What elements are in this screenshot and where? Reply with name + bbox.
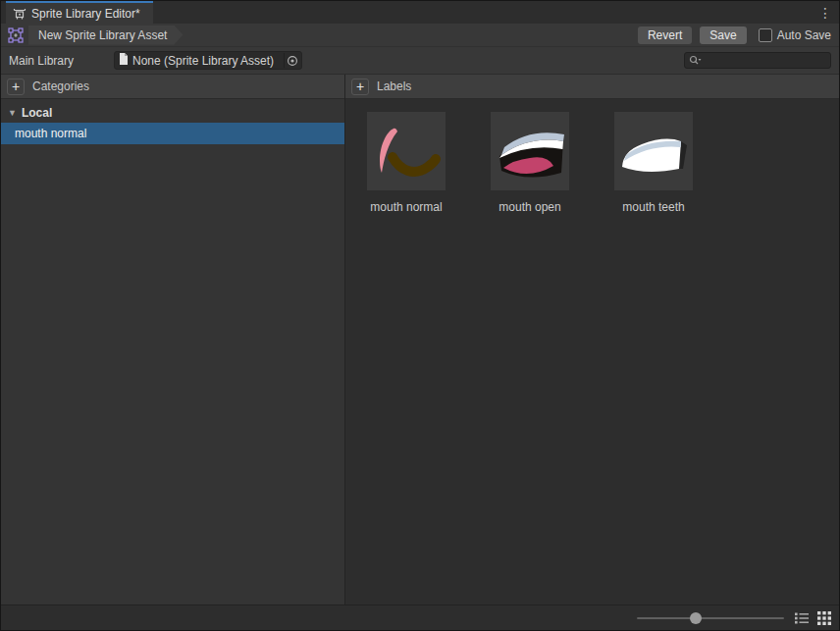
kebab-menu-icon[interactable]: ⋮ (817, 1, 833, 24)
main-library-label: Main Library (9, 54, 114, 68)
category-row-mouth-normal[interactable]: mouth normal (1, 123, 344, 144)
tab-bar: Sprite Library Editor* ⋮ (1, 1, 839, 24)
zoom-slider-track (637, 617, 784, 619)
label-grid: mouth normal mouth open (345, 99, 839, 605)
search-icon (689, 55, 702, 66)
grid-view-icon[interactable] (817, 611, 831, 625)
tab-sprite-library-editor[interactable]: Sprite Library Editor* (6, 1, 153, 24)
thumbnail-label: mouth open (499, 200, 560, 214)
sprite-thumbnail-mouth-normal[interactable] (367, 112, 446, 190)
save-button[interactable]: Save (700, 26, 746, 44)
labels-header: + Labels (345, 75, 839, 99)
zoom-slider-knob[interactable] (690, 612, 702, 624)
sprite-thumbnail-mouth-open[interactable] (491, 112, 569, 190)
main-library-object-field[interactable]: None (Sprite Library Asset) (114, 51, 302, 70)
label-item-mouth-teeth[interactable]: mouth teeth (614, 112, 693, 214)
category-row-label: mouth normal (15, 127, 86, 140)
categories-title: Categories (32, 79, 89, 93)
sprite-library-editor-icon (13, 7, 26, 21)
sprite-library-editor-window: Sprite Library Editor* ⋮ New Sprite Libr… (0, 0, 840, 631)
main-library-row: Main Library None (Sprite Library Asset) (1, 47, 839, 75)
labels-panel: + Labels mouth normal (345, 75, 839, 605)
auto-save-checkbox[interactable] (759, 28, 772, 42)
object-field-value: None (Sprite Library Asset) (132, 54, 280, 68)
object-picker-icon[interactable] (284, 53, 299, 68)
panels: + Categories ▼ Local mouth normal + Labe… (1, 75, 839, 605)
categories-header: + Categories (1, 75, 344, 99)
list-view-icon[interactable] (795, 611, 809, 625)
sprite-thumbnail-mouth-teeth[interactable] (614, 112, 693, 190)
revert-button[interactable]: Revert (638, 26, 692, 44)
add-label-button[interactable]: + (351, 79, 369, 95)
categories-panel: + Categories ▼ Local mouth normal (1, 75, 345, 605)
thumbnail-label: mouth normal (370, 200, 442, 214)
text-asset-icon (119, 53, 129, 68)
category-list: ▼ Local mouth normal (1, 99, 344, 605)
bottom-bar (1, 605, 839, 631)
local-foldout[interactable]: ▼ Local (1, 103, 344, 123)
labels-title: Labels (377, 79, 411, 93)
search-input[interactable] (702, 55, 826, 67)
breadcrumb[interactable]: New Sprite Library Asset (28, 26, 183, 45)
auto-save-label: Auto Save (777, 28, 831, 42)
search-field[interactable] (684, 52, 831, 69)
local-foldout-label: Local (22, 106, 52, 120)
sprite-library-asset-icon (7, 26, 25, 44)
chevron-down-icon: ▼ (8, 108, 17, 118)
toolbar: New Sprite Library Asset Revert Save Aut… (1, 24, 839, 47)
zoom-slider[interactable] (637, 611, 784, 625)
label-item-mouth-open[interactable]: mouth open (491, 112, 569, 214)
tab-title: Sprite Library Editor* (31, 7, 140, 21)
thumbnail-label: mouth teeth (622, 200, 684, 214)
breadcrumb-label: New Sprite Library Asset (38, 28, 167, 42)
label-item-mouth-normal[interactable]: mouth normal (367, 112, 446, 214)
add-category-button[interactable]: + (7, 79, 25, 95)
